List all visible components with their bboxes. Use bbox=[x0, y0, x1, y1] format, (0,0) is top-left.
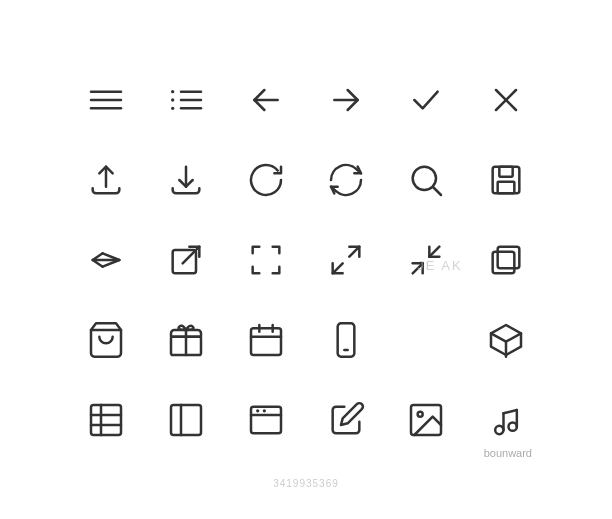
svg-point-15 bbox=[413, 166, 436, 189]
refresh-icon bbox=[226, 140, 306, 220]
arrow-right-icon bbox=[306, 60, 386, 140]
svg-rect-19 bbox=[498, 181, 515, 193]
svg-point-6 bbox=[171, 90, 174, 93]
svg-line-16 bbox=[434, 187, 442, 195]
placeholder-icon bbox=[386, 300, 466, 380]
image-icon bbox=[386, 380, 466, 460]
svg-rect-42 bbox=[251, 406, 281, 433]
browser-icon bbox=[226, 380, 306, 460]
compress-icon bbox=[386, 220, 466, 300]
frame-icon bbox=[226, 220, 306, 300]
hamburger-menu-icon bbox=[66, 60, 146, 140]
save-icon bbox=[466, 140, 546, 220]
svg-point-7 bbox=[171, 98, 174, 101]
download-icon bbox=[146, 140, 226, 220]
sync-icon bbox=[306, 140, 386, 220]
panel-icon bbox=[146, 380, 226, 460]
list-icon bbox=[146, 60, 226, 140]
box-icon bbox=[466, 300, 546, 380]
svg-line-52 bbox=[504, 410, 517, 413]
svg-rect-29 bbox=[251, 328, 281, 355]
search-icon bbox=[386, 140, 466, 220]
svg-line-22 bbox=[333, 263, 343, 273]
svg-rect-36 bbox=[91, 405, 121, 435]
arrow-left-icon bbox=[226, 60, 306, 140]
icon-grid bbox=[46, 40, 566, 480]
share-icon bbox=[66, 220, 146, 300]
svg-rect-18 bbox=[499, 166, 512, 176]
getty-id: 3419935369 bbox=[273, 478, 339, 489]
svg-rect-40 bbox=[171, 405, 201, 435]
phone-icon bbox=[306, 300, 386, 380]
svg-rect-25 bbox=[498, 246, 520, 268]
close-icon bbox=[466, 60, 546, 140]
svg-point-49 bbox=[509, 422, 517, 430]
svg-rect-24 bbox=[493, 251, 515, 273]
edit-icon bbox=[306, 380, 386, 460]
svg-point-44 bbox=[256, 409, 259, 412]
upload-icon bbox=[66, 140, 146, 220]
gift-icon bbox=[146, 300, 226, 380]
svg-point-47 bbox=[418, 411, 423, 416]
calendar-icon bbox=[226, 300, 306, 380]
svg-point-45 bbox=[263, 409, 266, 412]
svg-rect-33 bbox=[338, 323, 355, 356]
svg-line-23 bbox=[349, 246, 359, 256]
expand-icon bbox=[306, 220, 386, 300]
checkmark-icon bbox=[386, 60, 466, 140]
bag-icon bbox=[66, 300, 146, 380]
external-link-icon bbox=[146, 220, 226, 300]
layers-icon bbox=[466, 220, 546, 300]
watermark-text: bounward bbox=[484, 447, 532, 459]
svg-point-8 bbox=[171, 106, 174, 109]
table-icon bbox=[66, 380, 146, 460]
